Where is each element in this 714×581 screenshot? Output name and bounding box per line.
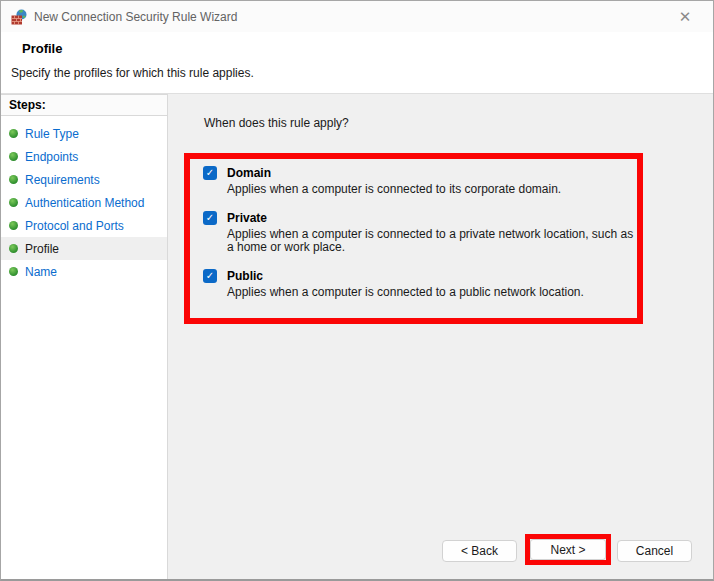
checkbox-public[interactable]: ✓ bbox=[203, 269, 217, 283]
checkmark-icon: ✓ bbox=[206, 211, 214, 225]
annotation-box-next: Next > bbox=[525, 534, 611, 565]
checkbox-domain[interactable]: ✓ bbox=[203, 166, 217, 180]
sidebar-item-label: Endpoints bbox=[25, 150, 78, 164]
checkmark-icon: ✓ bbox=[206, 269, 214, 283]
step-bullet-icon bbox=[9, 152, 18, 161]
next-button[interactable]: Next > bbox=[530, 539, 606, 560]
profile-description-domain: Applies when a computer is connected to … bbox=[227, 183, 639, 196]
sidebar-item-label: Rule Type bbox=[25, 127, 79, 141]
steps-heading: Steps: bbox=[1, 94, 167, 116]
step-bullet-icon bbox=[9, 129, 18, 138]
sidebar-item-label: Protocol and Ports bbox=[25, 219, 124, 233]
main-panel: When does this rule apply? ✓ Domain Appl… bbox=[168, 94, 713, 580]
sidebar-item-rule-type[interactable]: Rule Type bbox=[1, 122, 167, 145]
checkbox-private[interactable]: ✓ bbox=[203, 211, 217, 225]
profile-description-public: Applies when a computer is connected to … bbox=[227, 286, 639, 299]
profile-label-public: Public bbox=[227, 269, 263, 283]
sidebar-item-endpoints[interactable]: Endpoints bbox=[1, 145, 167, 168]
wizard-header: Profile Specify the profiles for which t… bbox=[1, 32, 713, 94]
sidebar-item-protocol-and-ports[interactable]: Protocol and Ports bbox=[1, 214, 167, 237]
sidebar-item-profile[interactable]: Profile bbox=[1, 237, 167, 260]
sidebar-item-name[interactable]: Name bbox=[1, 260, 167, 283]
sidebar-item-label: Authentication Method bbox=[25, 196, 144, 210]
profile-label-private: Private bbox=[227, 211, 267, 225]
profile-description-private: Applies when a computer is connected to … bbox=[227, 228, 639, 254]
step-bullet-icon bbox=[9, 221, 18, 230]
wizard-window: New Connection Security Rule Wizard ✕ Pr… bbox=[0, 0, 714, 581]
sidebar-item-requirements[interactable]: Requirements bbox=[1, 168, 167, 191]
step-bullet-icon bbox=[9, 244, 18, 253]
sidebar-item-label: Profile bbox=[25, 242, 59, 256]
step-bullet-icon bbox=[9, 175, 18, 184]
sidebar-item-authentication-method[interactable]: Authentication Method bbox=[1, 191, 167, 214]
title-bar: New Connection Security Rule Wizard ✕ bbox=[1, 1, 713, 32]
steps-sidebar: Steps: Rule Type Endpoints Requirements … bbox=[1, 94, 168, 580]
page-subtitle: Specify the profiles for which this rule… bbox=[1, 56, 713, 80]
page-title: Profile bbox=[1, 32, 713, 56]
sidebar-item-label: Name bbox=[25, 265, 57, 279]
step-bullet-icon bbox=[9, 267, 18, 276]
cancel-button[interactable]: Cancel bbox=[617, 540, 692, 562]
step-bullet-icon bbox=[9, 198, 18, 207]
question-text: When does this rule apply? bbox=[204, 116, 349, 130]
back-button[interactable]: < Back bbox=[442, 540, 517, 562]
annotation-box-profiles: ✓ Domain Applies when a computer is conn… bbox=[184, 153, 643, 324]
profile-label-domain: Domain bbox=[227, 166, 271, 180]
sidebar-item-label: Requirements bbox=[25, 173, 100, 187]
window-title: New Connection Security Rule Wizard bbox=[34, 10, 237, 24]
close-icon[interactable]: ✕ bbox=[668, 1, 702, 32]
firewall-wizard-icon bbox=[11, 9, 27, 25]
checkmark-icon: ✓ bbox=[206, 166, 214, 180]
